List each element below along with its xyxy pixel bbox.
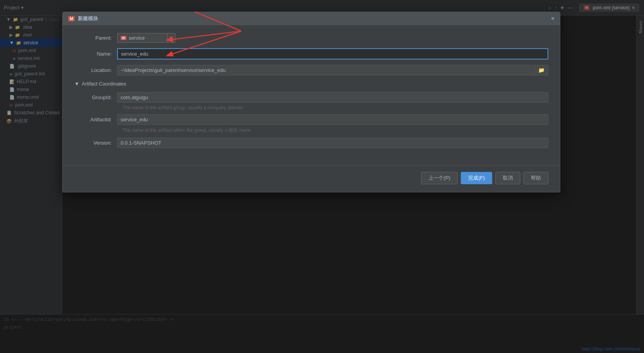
artifactid-row: ArtifactId: service_edu	[74, 114, 548, 125]
parent-dropdown-arrow[interactable]: ▾	[168, 33, 175, 43]
groupid-row: GroupId: com.atguigu	[74, 92, 548, 103]
modal-title-icon: M	[68, 16, 75, 21]
artifactid-value: service_edu	[117, 114, 548, 125]
version-row: Version: 0.0.1-SNAPSHOT	[74, 138, 548, 148]
modal-body: Parent: m service ▾ Name: Location: 📁	[63, 25, 560, 161]
modal-footer: 上一个(P) 完成(F) 取消 帮助	[63, 165, 560, 192]
prev-button[interactable]: 上一个(P)	[421, 172, 458, 184]
name-row: Name:	[74, 48, 548, 59]
modal-title: M 新建模块	[68, 15, 98, 22]
parent-value: service	[129, 35, 145, 41]
groupid-label: GroupId:	[74, 94, 117, 100]
location-container: 📁	[117, 65, 548, 75]
artifactid-label: ArtifactId:	[74, 117, 117, 122]
parent-select-container: m service ▾	[117, 33, 175, 43]
location-label: Location:	[74, 67, 117, 73]
version-value: 0.0.1-SNAPSHOT	[117, 138, 548, 148]
parent-maven-icon: m	[121, 36, 126, 40]
artifact-header[interactable]: ▼ Artifact Coordinates	[74, 81, 548, 87]
artifact-section: ▼ Artifact Coordinates GroupId: com.atgu…	[74, 81, 548, 148]
artifact-section-label: Artifact Coordinates	[82, 81, 126, 87]
name-label: Name:	[74, 51, 117, 57]
artifactid-hint: The name of the artifact within the grou…	[123, 127, 548, 134]
new-module-dialog: M 新建模块 × Parent: m service ▾ Name: Locat…	[62, 12, 560, 192]
version-label: Version:	[74, 140, 117, 146]
modal-title-bar: M 新建模块 ×	[63, 12, 560, 25]
parent-label: Parent:	[74, 35, 117, 41]
cancel-button[interactable]: 取消	[495, 172, 520, 184]
artifact-fields: GroupId: com.atguigu The name of the art…	[74, 92, 548, 148]
location-input[interactable]	[117, 65, 535, 75]
name-input[interactable]	[117, 48, 548, 59]
location-row: Location: 📁	[74, 65, 548, 75]
help-button[interactable]: 帮助	[523, 172, 548, 184]
parent-row: Parent: m service ▾	[74, 33, 548, 43]
finish-button[interactable]: 完成(F)	[461, 172, 492, 184]
groupid-value: com.atguigu	[117, 92, 548, 103]
modal-title-text: 新建模块	[78, 15, 98, 22]
parent-select-box[interactable]: m service	[117, 33, 168, 43]
artifact-collapse-icon: ▼	[74, 81, 79, 87]
modal-close-button[interactable]: ×	[551, 16, 555, 22]
location-browse-button[interactable]: 📁	[535, 65, 548, 75]
groupid-hint: The name of the artifact group, usually …	[123, 105, 548, 110]
